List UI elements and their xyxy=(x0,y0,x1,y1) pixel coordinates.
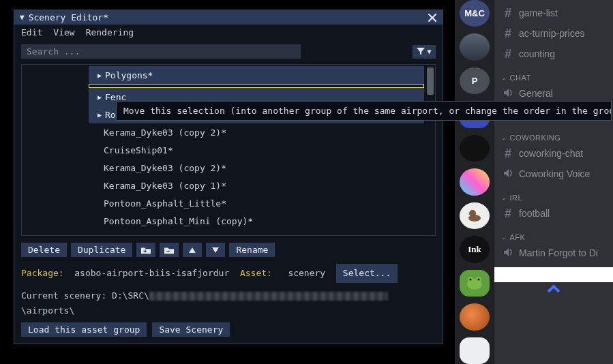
expand-icon[interactable]: ▶ xyxy=(94,72,105,79)
path-prefix: D:\SRC\ xyxy=(112,290,149,301)
menu-edit[interactable]: Edit xyxy=(21,27,42,37)
save-scenery-button[interactable]: Save Scenery xyxy=(152,322,230,337)
list-item[interactable]: Kerama_Dyke03* xyxy=(89,230,425,236)
package-info: Package: asobo-airport-biis-isafjordur A… xyxy=(14,260,443,284)
rename-button[interactable]: Rename xyxy=(229,243,275,257)
hash-icon: # xyxy=(503,6,513,20)
category-coworking[interactable]: ⌄ COWORKING xyxy=(497,124,610,143)
category-chat[interactable]: ⌄ CHAT xyxy=(497,64,610,83)
list-item[interactable]: Pontoon_Asphalt_Little* xyxy=(89,194,425,212)
speaker-icon xyxy=(503,87,513,100)
duck-icon xyxy=(466,209,483,222)
channel-coworking-chat[interactable]: # coworking-chat xyxy=(497,143,610,164)
select-asset-button[interactable]: Select... xyxy=(336,264,398,283)
server-avatar[interactable] xyxy=(460,33,490,60)
discord-sidebar: M&C P Ink # game-list # ac-turnip-prices… xyxy=(455,0,613,364)
category-irl[interactable]: ⌄ IRL xyxy=(497,184,610,203)
triangle-down-icon xyxy=(211,246,220,254)
channel-martin-afk[interactable]: Martin Forgot to Di xyxy=(497,243,610,263)
channel-game-list[interactable]: # game-list xyxy=(497,3,610,23)
list-item[interactable]: CruiseShip01* xyxy=(89,141,425,159)
bottom-light-strip xyxy=(494,267,613,282)
scrollbar[interactable] xyxy=(427,67,434,95)
list-item[interactable]: Kerama_Dyke03 (copy 2)* xyxy=(89,159,425,177)
window-title: Scenery Editor* xyxy=(29,12,423,22)
menu-view[interactable]: View xyxy=(53,27,74,37)
svg-point-6 xyxy=(469,210,476,217)
move-down-button[interactable] xyxy=(206,243,225,257)
menu-rendering[interactable]: Rendering xyxy=(86,27,134,37)
server-avatar[interactable] xyxy=(460,337,490,364)
menu-bar: Edit View Rendering xyxy=(14,25,443,40)
expand-icon[interactable]: ▶ xyxy=(94,111,105,119)
channel-football[interactable]: # football xyxy=(497,203,610,224)
remove-from-folder-button[interactable] xyxy=(160,243,179,257)
server-avatar[interactable]: Ink xyxy=(460,236,490,262)
frog-icon xyxy=(465,275,484,290)
package-name: asobo-airport-biis-isafjordur xyxy=(74,268,229,278)
hash-icon: # xyxy=(503,47,513,61)
expand-icon[interactable]: ▶ xyxy=(94,93,105,101)
folder-plus-icon xyxy=(141,246,151,254)
group-label: Polygons* xyxy=(105,70,153,80)
chevron-down-icon: ⌄ xyxy=(501,234,507,241)
svg-point-10 xyxy=(470,279,472,281)
list-item[interactable]: Kerama_Dyke03 (copy 1)* xyxy=(89,177,425,194)
chevron-down-icon: ⌄ xyxy=(501,194,507,201)
chevron-down-icon: ⌄ xyxy=(501,134,507,141)
chevron-down-icon: ▼ xyxy=(427,48,431,55)
package-label: Package: xyxy=(21,268,64,278)
redacted-path xyxy=(149,292,388,301)
search-input[interactable] xyxy=(21,44,301,59)
delete-button[interactable]: Delete xyxy=(21,243,67,257)
svg-rect-4 xyxy=(167,250,170,251)
drag-tooltip: Move this selection (into another group … xyxy=(116,101,612,121)
asset-label: Asset: xyxy=(240,268,272,278)
close-icon[interactable] xyxy=(428,13,437,22)
move-up-button[interactable] xyxy=(183,243,202,257)
scenery-editor-window: ▼ Scenery Editor* Edit View Rendering ▼ … xyxy=(14,10,443,344)
hash-icon: # xyxy=(503,27,513,41)
list-item[interactable]: Pontoon_Asphalt_Mini (copy)* xyxy=(89,212,425,230)
add-to-folder-button[interactable] xyxy=(136,243,155,257)
path-suffix: \airports\ xyxy=(21,305,74,316)
server-avatar[interactable]: P xyxy=(460,67,490,94)
server-avatar[interactable] xyxy=(460,168,490,195)
duplicate-button[interactable]: Duplicate xyxy=(71,243,132,257)
current-scenery-label: Current scenery: xyxy=(21,290,106,301)
current-scenery-info: Current scenery: D:\SRC\\airports\ xyxy=(14,284,443,320)
hash-icon: # xyxy=(503,147,513,161)
bottom-arrow[interactable] xyxy=(497,282,610,293)
collapse-icon[interactable]: ▼ xyxy=(20,13,25,22)
bottom-actions: Load this asset group Save Scenery xyxy=(14,320,443,344)
server-list: M&C P Ink xyxy=(455,0,494,364)
svg-point-11 xyxy=(478,279,480,281)
server-avatar[interactable] xyxy=(460,135,490,162)
channel-counting[interactable]: # counting xyxy=(497,44,610,64)
server-avatar[interactable]: M&C xyxy=(460,0,490,27)
scenery-tree: ▶ Polygons* ▶ Fenc ▶ Rocks* Kerama_Dyke0… xyxy=(21,64,436,236)
load-asset-group-button[interactable]: Load this asset group xyxy=(21,322,147,337)
channel-ac-turnip[interactable]: # ac-turnip-prices xyxy=(497,23,610,44)
filter-button[interactable]: ▼ xyxy=(413,45,436,59)
group-polygons[interactable]: ▶ Polygons* xyxy=(89,66,424,84)
titlebar[interactable]: ▼ Scenery Editor* xyxy=(14,10,443,25)
server-avatar[interactable] xyxy=(460,303,490,330)
list-item[interactable]: Kerama_Dyke03 (copy 2)* xyxy=(89,123,425,141)
search-row: ▼ xyxy=(14,40,443,61)
triangle-up-icon xyxy=(188,246,197,254)
server-avatar[interactable] xyxy=(460,202,490,229)
edit-button-row: Delete Duplicate Rename xyxy=(14,240,443,260)
hash-icon: # xyxy=(503,207,513,221)
channel-coworking-voice[interactable]: Coworking Voice xyxy=(497,164,610,184)
server-avatar[interactable] xyxy=(460,270,490,297)
asset-name: scenery xyxy=(288,268,325,278)
speaker-icon xyxy=(503,247,513,260)
chevron-up-icon xyxy=(547,284,560,293)
speaker-icon xyxy=(503,168,513,181)
svg-rect-3 xyxy=(144,250,147,251)
channel-list: # game-list # ac-turnip-prices # countin… xyxy=(494,0,613,364)
funnel-icon xyxy=(417,48,425,56)
category-afk[interactable]: ⌄ AFK xyxy=(497,224,610,243)
folder-minus-icon xyxy=(164,246,174,254)
